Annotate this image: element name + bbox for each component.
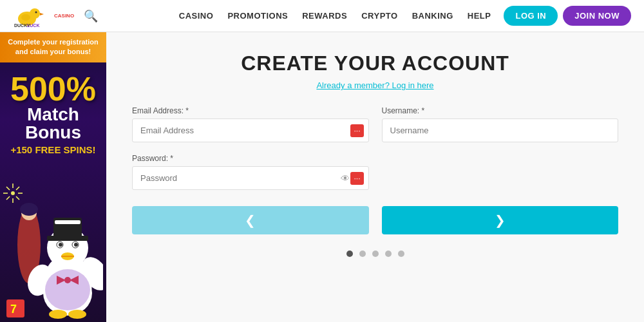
svg-line-15 bbox=[6, 196, 10, 200]
bonus-label: Bonus bbox=[6, 124, 100, 142]
svg-rect-23 bbox=[47, 236, 88, 241]
password-icon[interactable]: ··· bbox=[350, 172, 363, 185]
email-group: Email Address: * ··· bbox=[132, 106, 369, 142]
username-input[interactable] bbox=[382, 118, 619, 142]
svg-line-12 bbox=[6, 187, 10, 190]
empty-group bbox=[382, 154, 619, 190]
svg-marker-2 bbox=[40, 13, 44, 15]
eye-icon[interactable]: 👁 bbox=[341, 173, 350, 184]
svg-point-31 bbox=[74, 243, 78, 247]
svg-point-36 bbox=[49, 310, 67, 319]
email-input[interactable] bbox=[132, 118, 369, 142]
dot-3[interactable] bbox=[372, 251, 379, 257]
svg-point-30 bbox=[59, 243, 62, 247]
svg-point-38 bbox=[45, 269, 90, 310]
password-group: Password: * 👁 ··· bbox=[132, 154, 369, 190]
nav-item-banking[interactable]: BANKING bbox=[412, 11, 453, 21]
svg-line-13 bbox=[16, 196, 19, 200]
password-input-wrapper: 👁 ··· bbox=[132, 166, 369, 190]
svg-text:LUCK: LUCK bbox=[27, 23, 39, 28]
next-icon: ❯ bbox=[495, 213, 506, 228]
main-nav: CASINO PROMOTIONS REWARDS CRYPTO BANKING… bbox=[179, 11, 491, 21]
svg-rect-24 bbox=[55, 220, 80, 224]
svg-text:7: 7 bbox=[10, 303, 17, 316]
dot-4[interactable] bbox=[385, 251, 392, 257]
sidebar-banner: Complete your registration and claim you… bbox=[0, 32, 106, 322]
dot-1[interactable] bbox=[346, 251, 353, 257]
nav-item-help[interactable]: HELP bbox=[468, 11, 491, 21]
main-content: CREATE YOUR ACCOUNT Already a member? Lo… bbox=[106, 32, 644, 322]
progress-dots bbox=[132, 251, 618, 257]
dot-5[interactable] bbox=[398, 251, 404, 257]
nav-item-rewards[interactable]: REWARDS bbox=[302, 11, 347, 21]
page-title: CREATE YOUR ACCOUNT bbox=[132, 52, 618, 75]
email-icon[interactable]: ··· bbox=[350, 124, 363, 137]
svg-point-3 bbox=[35, 11, 37, 13]
password-input[interactable] bbox=[132, 166, 369, 190]
search-icon[interactable]: 🔍 bbox=[84, 9, 98, 23]
header: DUCKY LUCK CASINO 🔍 CASINO PROMOTIONS RE… bbox=[0, 0, 644, 32]
main-layout: Complete your registration and claim you… bbox=[0, 32, 644, 322]
sidebar-top-banner: Complete your registration and claim you… bbox=[0, 32, 106, 62]
svg-point-1 bbox=[30, 8, 40, 19]
login-button[interactable]: LOG IN bbox=[504, 6, 558, 26]
password-label: Password: * bbox=[132, 154, 369, 163]
logo[interactable]: DUCKY LUCK CASINO bbox=[13, 5, 74, 28]
prev-icon: ❮ bbox=[245, 213, 256, 228]
dot-2[interactable] bbox=[359, 251, 366, 257]
nav-item-crypto[interactable]: CRYPTO bbox=[361, 11, 397, 21]
svg-point-7 bbox=[11, 191, 15, 195]
username-group: Username: * bbox=[382, 106, 619, 142]
join-now-button[interactable]: JOIN NOW bbox=[563, 6, 631, 26]
svg-point-18 bbox=[20, 203, 38, 216]
bonus-free-spins: +150 FREE SPINS! bbox=[6, 144, 100, 155]
sidebar-bonus-info: 500% Match Bonus +150 FREE SPINS! bbox=[0, 62, 106, 155]
svg-point-37 bbox=[68, 310, 86, 319]
nav-item-promotions[interactable]: PROMOTIONS bbox=[227, 11, 288, 21]
nav-buttons: ❮ ❯ bbox=[132, 206, 618, 234]
svg-point-4 bbox=[21, 14, 30, 21]
nav-item-casino[interactable]: CASINO bbox=[179, 11, 214, 21]
bonus-percentage: 500% bbox=[6, 72, 100, 106]
sidebar-characters: 7 bbox=[0, 174, 106, 322]
username-label: Username: * bbox=[382, 106, 619, 115]
next-button[interactable]: ❯ bbox=[382, 206, 619, 234]
form-row-2: Password: * 👁 ··· bbox=[132, 154, 618, 190]
email-input-wrapper: ··· bbox=[132, 118, 369, 142]
already-member-link[interactable]: Already a member? Log in here bbox=[132, 80, 618, 90]
username-input-wrapper bbox=[382, 118, 619, 142]
form-row-1: Email Address: * ··· Username: * bbox=[132, 106, 618, 142]
svg-line-14 bbox=[16, 187, 19, 190]
bonus-match-label: Match bbox=[6, 106, 100, 124]
email-label: Email Address: * bbox=[132, 106, 369, 115]
prev-button[interactable]: ❮ bbox=[132, 206, 369, 234]
